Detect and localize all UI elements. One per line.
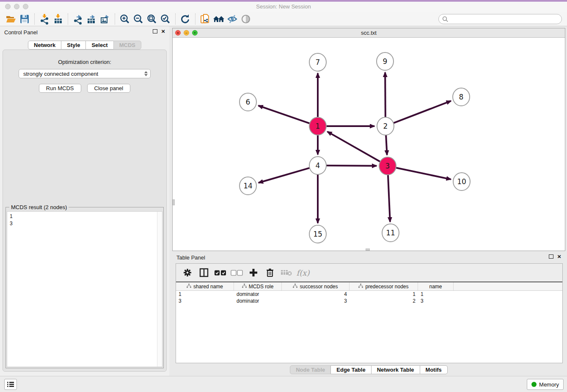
export-table-icon[interactable] <box>85 13 98 25</box>
edge-3-10[interactable] <box>396 168 451 179</box>
column-settings-icon[interactable] <box>181 266 194 279</box>
hide-selected-icon[interactable] <box>226 13 239 25</box>
node-15[interactable]: 15 <box>309 225 326 243</box>
svg-text:3: 3 <box>385 162 390 170</box>
zoom-in-icon[interactable] <box>118 13 132 25</box>
edge-3-11[interactable] <box>388 174 390 222</box>
save-session-icon[interactable] <box>18 13 31 25</box>
float-table-panel-icon[interactable] <box>549 254 553 259</box>
node-10[interactable]: 10 <box>453 173 470 190</box>
delete-row-icon[interactable] <box>264 266 276 279</box>
zoom-fit-icon[interactable] <box>145 13 159 25</box>
export-image-icon[interactable] <box>98 13 112 25</box>
table-cell[interactable]: 3 <box>282 298 350 304</box>
toolbar-separator <box>68 14 68 25</box>
criterion-select[interactable]: strongly connected component <box>19 69 151 78</box>
search-input[interactable] <box>451 16 558 22</box>
node-11[interactable]: 11 <box>382 224 399 242</box>
edge-4-3[interactable] <box>326 166 377 166</box>
node-9[interactable]: 9 <box>377 52 394 70</box>
result-scrollbar[interactable] <box>157 212 162 367</box>
memory-button[interactable]: Memory <box>527 379 564 390</box>
vertical-scroll-thumb[interactable] <box>173 199 175 205</box>
column-header-name[interactable]: name <box>418 282 454 290</box>
function-builder-icon[interactable]: f(x) <box>297 266 309 279</box>
close-panel-button[interactable]: Close panel <box>87 84 131 93</box>
column-header-successor-nodes[interactable]: successor nodes <box>282 282 350 290</box>
table-cell[interactable]: dominator <box>234 291 282 298</box>
edge-2-3[interactable] <box>386 134 387 155</box>
memory-status-icon <box>531 382 537 387</box>
tab-style[interactable]: Style <box>61 41 86 50</box>
table-cell[interactable]: dominator <box>234 298 282 304</box>
node-1[interactable]: 1 <box>309 117 326 135</box>
network-canvas[interactable]: 7968124314101511 <box>173 38 565 251</box>
delete-table-icon[interactable] <box>280 266 293 279</box>
select-all-columns-icon[interactable] <box>214 266 227 279</box>
table-cell[interactable]: 2 <box>350 298 418 304</box>
table-tab-motifs[interactable]: Motifs <box>420 365 448 374</box>
close-table-panel-icon[interactable]: × <box>557 254 561 259</box>
split-columns-icon[interactable] <box>198 266 210 279</box>
column-header-MCDS-role[interactable]: MCDS role <box>234 282 282 290</box>
clone-network-icon[interactable] <box>198 13 212 25</box>
horizontal-scroll-thumb[interactable] <box>366 248 370 251</box>
toolbar-separator <box>115 14 115 25</box>
zoom-out-icon[interactable] <box>132 13 145 25</box>
close-panel-icon[interactable]: × <box>161 29 165 33</box>
mcds-result-item[interactable]: 1 <box>10 213 160 220</box>
float-panel-icon[interactable] <box>153 29 157 33</box>
task-history-button[interactable] <box>4 379 17 390</box>
table-tab-node-table[interactable]: Node Table <box>290 365 331 374</box>
table-cell[interactable]: 1 <box>176 291 234 298</box>
tab-network[interactable]: Network <box>28 41 61 50</box>
network-window-titlebar[interactable]: × − + scc.txt <box>173 28 565 38</box>
node-4[interactable]: 4 <box>309 157 326 174</box>
export-network-icon[interactable] <box>71 13 85 25</box>
edge-1-6[interactable] <box>259 105 310 123</box>
table-cell[interactable]: 3 <box>176 298 234 304</box>
table-row[interactable]: 3dominator323 <box>176 298 562 304</box>
import-network-icon[interactable] <box>38 13 51 25</box>
node-8[interactable]: 8 <box>453 88 470 106</box>
node-7[interactable]: 7 <box>309 53 326 71</box>
node-6[interactable]: 6 <box>239 93 256 111</box>
svg-text:8: 8 <box>459 93 464 101</box>
node-2[interactable]: 2 <box>377 117 394 135</box>
table-row[interactable]: 1dominator411 <box>176 291 562 298</box>
svg-text:10: 10 <box>457 177 466 186</box>
first-neighbors-icon[interactable] <box>212 13 226 25</box>
add-row-icon[interactable] <box>247 266 260 279</box>
apply-layout-icon[interactable] <box>179 13 192 25</box>
table-cell[interactable]: 1 <box>418 291 454 298</box>
node-3[interactable]: 3 <box>379 157 396 175</box>
show-all-icon[interactable] <box>239 13 253 25</box>
table-tab-edge-table[interactable]: Edge Table <box>330 365 371 374</box>
tab-mcds[interactable]: MCDS <box>113 41 141 50</box>
table-header-row: shared nameMCDS rolesuccessor nodesprede… <box>176 282 562 291</box>
search-field[interactable] <box>438 14 562 24</box>
deselect-all-columns-icon[interactable] <box>231 266 243 279</box>
table-cell[interactable]: 1 <box>350 291 418 298</box>
table-cell[interactable]: 4 <box>282 291 350 298</box>
open-file-icon[interactable] <box>4 13 18 25</box>
table-cell[interactable]: 3 <box>418 298 454 304</box>
column-header-shared-name[interactable]: shared name <box>176 282 234 290</box>
memory-label: Memory <box>539 381 559 388</box>
edge-2-8[interactable] <box>393 101 451 123</box>
table-body: 1dominator4113dominator323 <box>176 291 562 304</box>
column-header-predecessor-nodes[interactable]: predecessor nodes <box>350 282 418 290</box>
toolbar-separator <box>175 14 176 25</box>
toolbar-separator <box>195 14 195 25</box>
run-mcds-button[interactable]: Run MCDS <box>39 84 81 93</box>
import-table-icon[interactable] <box>51 13 65 25</box>
zoom-selected-icon[interactable] <box>159 13 172 25</box>
edge-2-9[interactable] <box>385 72 385 118</box>
tab-select[interactable]: Select <box>85 41 113 50</box>
edge-4-14[interactable] <box>259 168 310 182</box>
node-14[interactable]: 14 <box>239 177 256 195</box>
control-panel-tabs: NetworkStyleSelectMCDS <box>0 41 169 50</box>
table-tab-network-table[interactable]: Network Table <box>371 365 420 374</box>
edge-3-1[interactable] <box>328 132 381 162</box>
mcds-result-item[interactable]: 3 <box>10 220 160 227</box>
